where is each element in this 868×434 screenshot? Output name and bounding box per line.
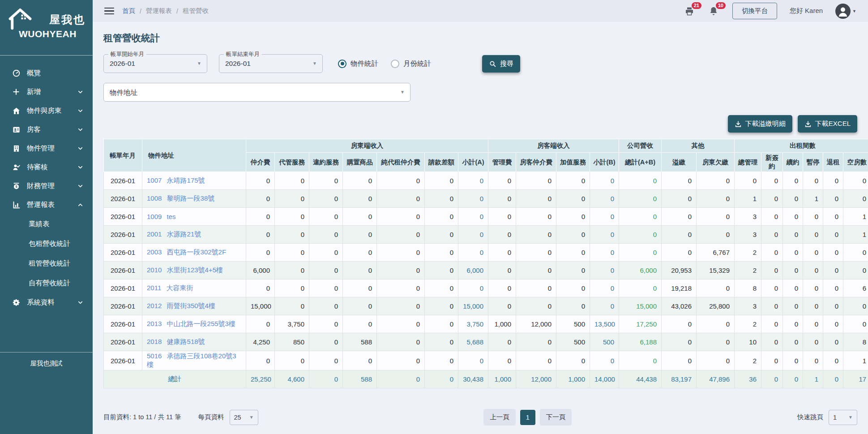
sidebar-item-pending-review[interactable]: 待審核	[0, 158, 93, 176]
property-link[interactable]: 1007 永靖路175號	[147, 176, 205, 184]
property-link[interactable]: 2011 大容東街	[147, 284, 193, 292]
radio-month-stats[interactable]: 月份統計	[391, 59, 431, 69]
search-button[interactable]: 搜尋	[482, 55, 520, 73]
sidebar-subitem-own-revenue[interactable]: 自有營收統計	[0, 273, 93, 293]
cell-value: 0	[556, 208, 590, 226]
sidebar-item-add[interactable]: 新增	[0, 82, 93, 101]
cell-value: 0	[377, 297, 425, 315]
property-address-select[interactable]: 物件地址 ▼	[103, 83, 410, 102]
cell-value: 0	[823, 208, 843, 226]
cell-value: 0	[343, 315, 377, 333]
switch-platform-button[interactable]: 切換平台	[732, 3, 777, 19]
cell-value: 0	[488, 297, 516, 315]
download-excel-button[interactable]: 下載EXCEL	[798, 115, 857, 133]
total-label: 總計	[104, 370, 246, 388]
sidebar-item-properties-landlords[interactable]: 物件與房東	[0, 101, 93, 120]
property-link[interactable]: 2001 水源路21號	[147, 230, 201, 238]
next-page-button[interactable]: 下一頁	[540, 409, 572, 425]
cell-value: 0	[377, 226, 425, 244]
cell-value: 20,953	[662, 262, 697, 279]
cell-value: 0	[783, 244, 803, 262]
cell-value: 0	[343, 226, 377, 244]
cell-value: 0	[488, 244, 516, 262]
table-row: 2026-012003 西屯路一段302號2F00000000000006,76…	[104, 244, 868, 262]
sidebar-item-label: 新增	[27, 87, 77, 97]
radio-property-stats[interactable]: 物件統計	[338, 59, 378, 69]
cell-value: 2	[735, 244, 761, 262]
cell-value: 0	[843, 190, 868, 208]
cell-value: 0	[619, 172, 662, 190]
cell-value: 0	[590, 172, 619, 190]
bell-icon[interactable]: 10	[708, 6, 720, 17]
menu-toggle-icon[interactable]	[104, 6, 114, 17]
end-month-select[interactable]: 帳單結束年月 2026-01 ▼	[219, 54, 323, 73]
property-link[interactable]: 1008 黎明路一段38號	[147, 194, 214, 202]
per-page-select[interactable]: 25 ▼	[230, 410, 258, 425]
property-link[interactable]: 2018 健康路518號	[147, 338, 205, 345]
table-row: 2026-012001 水源路21號00000000000000300001	[104, 226, 868, 244]
page-content: 租管營收統計 帳單開始年月 2026-01 ▼ 帳單結束年月 2026-01 ▼…	[93, 22, 868, 434]
cell-value: 0	[803, 244, 823, 262]
cell-value: 12,000	[516, 315, 556, 333]
cell-value: 0	[516, 351, 556, 370]
property-link[interactable]: 2013 中山北路一段255號3樓	[147, 320, 235, 327]
sidebar-item-property-management[interactable]: 物件管理	[0, 139, 93, 158]
cell-value: 0	[309, 333, 343, 351]
printer-icon[interactable]: 21	[684, 6, 696, 17]
cell-value: 0	[275, 226, 309, 244]
cell-value: 0	[246, 172, 275, 190]
sidebar-item-overview[interactable]: 概覽	[0, 64, 93, 82]
breadcrumb-current: 租管營收	[183, 7, 209, 15]
column-header: 請款差額	[425, 153, 458, 172]
download-overpay-button[interactable]: 下載溢繳明細	[728, 115, 792, 133]
cell-value: 0	[275, 262, 309, 279]
cell-value: 0	[343, 351, 377, 370]
chevron-down-icon	[77, 183, 84, 189]
sidebar-item-label: 房客	[27, 125, 77, 134]
cell-value: 2	[735, 262, 761, 279]
cell-value: 15,329	[697, 262, 735, 279]
sidebar-subitem-rental-mgmt-revenue[interactable]: 租管營收統計	[0, 254, 93, 273]
sidebar-item-reports[interactable]: 營運報表	[0, 195, 93, 214]
cell-value: 0	[619, 351, 662, 370]
property-link[interactable]: 2012 雨聲街350號4樓	[147, 302, 215, 309]
property-link[interactable]: 1009 tes	[147, 213, 176, 220]
start-month-select[interactable]: 帳單開始年月 2026-01 ▼	[103, 54, 207, 73]
cell-bill-month: 2026-01	[104, 172, 142, 190]
sidebar-item-system[interactable]: 系統資料	[0, 293, 93, 312]
sidebar-subitem-sublease-revenue[interactable]: 包租營收統計	[0, 234, 93, 254]
breadcrumb-section: 營運報表	[146, 7, 172, 15]
app-logo: 屋我也 WUOHYEAH	[0, 0, 93, 56]
column-header: 總計(A+B)	[619, 153, 662, 172]
property-link[interactable]: 2003 西屯路一段302號2F	[147, 248, 226, 256]
column-header: 管理費	[488, 153, 516, 172]
sidebar-item-tenants[interactable]: 房客	[0, 120, 93, 139]
cell-value: 0	[377, 351, 425, 370]
breadcrumb-home-link[interactable]: 首頁	[122, 7, 135, 15]
cell-value: 3	[735, 208, 761, 226]
cell-value: 0	[458, 226, 488, 244]
cell-value: 0	[309, 351, 343, 370]
cell-value: 0	[343, 208, 377, 226]
current-page-button[interactable]: 1	[520, 410, 535, 425]
sidebar-subitem-performance[interactable]: 業績表	[0, 214, 93, 234]
cell-value: 0	[697, 226, 735, 244]
cell-value: 0	[377, 262, 425, 279]
cell-value: 0	[488, 351, 516, 370]
cell-value: 0	[275, 279, 309, 297]
property-link[interactable]: 2010 水里街123號4+5樓	[147, 266, 223, 274]
cell-value: 0	[803, 333, 823, 351]
start-month-label: 帳單開始年月	[108, 51, 146, 58]
total-value: 0	[309, 370, 343, 388]
sidebar-item-finance[interactable]: $財務管理	[0, 176, 93, 195]
cell-value: 1	[843, 351, 868, 370]
jump-page-select[interactable]: 1 ▼	[829, 410, 857, 425]
property-link[interactable]: 5016 承德路三段108巷20號3樓	[147, 352, 236, 368]
cell-value: 0	[343, 244, 377, 262]
cell-value: 0	[803, 172, 823, 190]
prev-page-button[interactable]: 上一頁	[483, 409, 516, 425]
user-menu[interactable]: ▼	[835, 4, 856, 19]
column-header: 違約服務	[309, 153, 343, 172]
cell-value: 0	[275, 351, 309, 370]
cell-value: 15,000	[246, 297, 275, 315]
